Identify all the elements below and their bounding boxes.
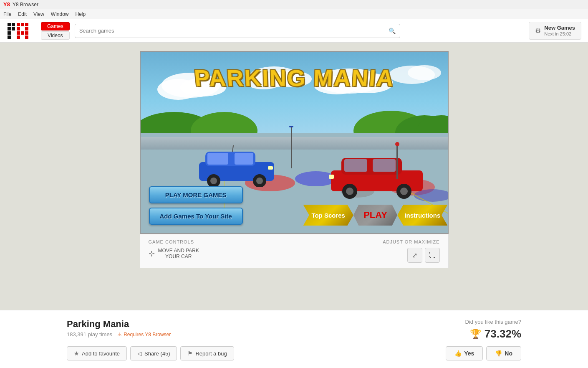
title-bar: Y8 Y8 Browser [0, 0, 588, 9]
window-title: Y8 Browser [13, 2, 38, 8]
svg-rect-0 [8, 23, 11, 26]
add-favourite-button[interactable]: ★ Add to favourite [67, 346, 127, 360]
controls-right: ADJUST OR MAXIMIZE ⤢ ⛶ [383, 239, 439, 263]
share-button[interactable]: ◁ Share (45) [130, 346, 177, 360]
pole-top-left [289, 126, 293, 127]
game-meta: 183,391 play times ⚠ Requires Y8 Browser [67, 331, 171, 338]
new-games-sub: Next in 25:02 [544, 31, 575, 37]
control-item: ⊹ move and park your car [149, 248, 199, 259]
thumbs-up-icon: 👍 [454, 350, 462, 357]
search-container: 🔍 [75, 24, 400, 38]
svg-rect-55 [344, 159, 367, 172]
search-icon[interactable]: 🔍 [389, 28, 396, 34]
blue-car-svg [195, 145, 278, 187]
svg-rect-44 [207, 153, 228, 165]
report-bug-button[interactable]: ⚑ Report a bug [180, 346, 234, 360]
svg-rect-11 [17, 31, 20, 35]
play-button[interactable]: PLAY [353, 205, 397, 226]
search-input[interactable] [79, 28, 389, 34]
rating-section: Did you like this game? 🏆 73.32% [465, 319, 521, 340]
thumbs-down-icon: 👎 [495, 350, 502, 357]
flag-icon: ⚑ [187, 350, 193, 357]
svg-rect-3 [8, 31, 11, 35]
svg-rect-13 [25, 31, 28, 35]
no-label: No [505, 350, 512, 357]
score-value: 73.32% [485, 327, 521, 340]
yes-label: Yes [464, 350, 474, 357]
trophy-icon: 🏆 [470, 329, 481, 340]
svg-rect-10 [25, 27, 28, 30]
svg-rect-15 [25, 36, 28, 39]
adjust-buttons: ⤢ ⛶ [383, 248, 439, 263]
svg-rect-1 [12, 23, 15, 26]
did-you-like-text: Did you like this game? [465, 319, 521, 325]
pole-top-right [395, 142, 399, 146]
logo-container [7, 22, 33, 40]
svg-rect-4 [8, 36, 11, 39]
instructions-button[interactable]: Instructions [397, 205, 447, 226]
menu-bar: File Edit View Window Help [0, 9, 588, 19]
top-scores-button[interactable]: Top Scores [303, 205, 353, 226]
info-bar: Parking Mania 183,391 play times ⚠ Requi… [0, 310, 588, 368]
game-overlay-buttons: PLAY MORE GAMES Add Games To Your Site [149, 186, 243, 225]
vote-no-button[interactable]: 👎 No [486, 346, 521, 360]
nav-tabs: Games Videos [41, 22, 70, 40]
svg-rect-8 [25, 23, 28, 26]
y8-logo [7, 22, 33, 40]
main-content: PARKING MANIA PLAY MORE GAMES Add Games … [0, 43, 588, 310]
svg-rect-50 [268, 166, 273, 170]
vote-yes-button[interactable]: 👍 Yes [446, 346, 483, 360]
control-description: move and park your car [158, 248, 199, 259]
new-games-text: New Games Next in 25:02 [544, 25, 575, 37]
share-icon: ◁ [137, 350, 142, 357]
add-games-to-site-button[interactable]: Add Games To Your Site [149, 208, 243, 225]
game-title-section: Parking Mania 183,391 play times ⚠ Requi… [67, 319, 171, 338]
pole-right [396, 145, 398, 179]
game-bottom-bar: Top Scores PLAY Instructions [303, 205, 448, 226]
requires-badge: ⚠ Requires Y8 Browser [117, 332, 171, 338]
menu-help[interactable]: Help [76, 11, 86, 17]
svg-rect-45 [235, 153, 253, 165]
menu-edit[interactable]: Edit [18, 11, 27, 17]
svg-rect-5 [12, 27, 15, 30]
adjust-label: ADJUST OR MAXIMIZE [383, 239, 439, 244]
game-container: PARKING MANIA PLAY MORE GAMES Add Games … [140, 51, 449, 268]
rating-score: 🏆 73.32% [465, 327, 521, 340]
new-games-button[interactable]: ⚙ New Games Next in 25:02 [529, 22, 581, 40]
gear-icon: ⚙ [535, 27, 541, 35]
star-icon: ★ [74, 350, 79, 357]
tab-videos[interactable]: Videos [41, 31, 70, 40]
menu-window[interactable]: Window [51, 11, 69, 17]
game-screen: PARKING MANIA PLAY MORE GAMES Add Games … [140, 51, 449, 234]
svg-point-58 [346, 188, 353, 195]
svg-rect-2 [8, 27, 11, 30]
game-info: Parking Mania 183,391 play times ⚠ Requi… [67, 319, 521, 340]
red-car-svg [327, 150, 427, 200]
controls-left: GAME CONTROLS ⊹ move and park your car [149, 239, 199, 259]
menu-file[interactable]: File [3, 11, 11, 17]
play-more-games-button[interactable]: PLAY MORE GAMES [149, 186, 243, 203]
svg-point-47 [210, 178, 217, 184]
new-games-title: New Games [544, 25, 575, 31]
svg-rect-12 [21, 31, 24, 35]
svg-point-60 [400, 188, 408, 195]
app-icon: Y8 [3, 1, 10, 8]
controls-bar: GAME CONTROLS ⊹ move and park your car A… [140, 234, 449, 268]
pole-left [291, 127, 292, 168]
share-label: Share (45) [144, 350, 170, 357]
top-nav: Games Videos 🔍 ⚙ New Games Next in 25:02 [0, 19, 588, 43]
report-bug-label: Report a bug [195, 350, 227, 357]
tab-games[interactable]: Games [41, 22, 70, 30]
menu-view[interactable]: View [33, 11, 44, 17]
play-times: 183,391 play times [67, 331, 112, 338]
game-title-overlay: PARKING MANIA [140, 64, 449, 91]
requires-text: Requires Y8 Browser [124, 332, 171, 338]
add-favourite-label: Add to favourite [82, 350, 120, 357]
game-name: Parking Mania [67, 319, 171, 330]
warning-icon: ⚠ [117, 332, 122, 338]
adjust-resize-button[interactable]: ⤢ [407, 248, 422, 263]
svg-rect-14 [17, 36, 20, 39]
svg-line-51 [232, 145, 235, 152]
adjust-maximize-button[interactable]: ⛶ [425, 248, 440, 263]
arrow-keys-icon: ⊹ [149, 249, 155, 258]
